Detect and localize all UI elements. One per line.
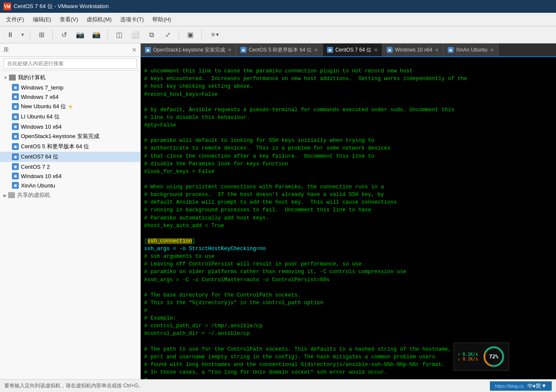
toolbar-dropdown[interactable]: ▼ [20, 29, 26, 41]
tab-close-icon[interactable]: ✕ [374, 47, 378, 53]
menu-view[interactable]: 查看(V) [55, 14, 82, 25]
sidebar-item-xinanubuntu[interactable]: ▣ XinAn Ubuntu [0, 181, 140, 190]
tab-close-icon[interactable]: ✕ [490, 47, 494, 53]
main-area: 库 ✕ ▼ 我的计算机 ▣ Windows 7_temp ▣ Windows 7… [0, 43, 556, 379]
tab-label: Windows 10 x64 [395, 47, 432, 53]
vm-name: LI Ubuntu 64 位 [21, 113, 60, 121]
revert-button[interactable]: ↺ [57, 29, 71, 41]
vm-name: OpenStack1-keystone 安装完成 [21, 133, 99, 140]
vm-icon: ▣ [12, 113, 19, 120]
tab-win10x64[interactable]: ▣ Windows 10 x64 ✕ [382, 43, 443, 56]
tab-close-icon[interactable]: ✕ [228, 47, 232, 53]
shared-label: 共享的虚拟机 [17, 191, 50, 199]
titlebar: VM CentOS 7 64 位 - VMware Workstation [0, 0, 556, 13]
my-computer-label: 我的计算机 [18, 74, 46, 81]
statusbar-right[interactable]: https://blog.cs 中♦简▼ [490, 381, 552, 391]
vm-icon: ▣ [12, 143, 19, 150]
vm-name: CentOS7 64 位 [21, 153, 58, 161]
vm-icon: ▣ [12, 93, 19, 100]
snapshot2-button[interactable]: 📸 [90, 29, 103, 41]
vm-icon: ▣ [12, 84, 19, 91]
vm-name: Windows 7_temp [21, 84, 64, 91]
vm-name: XinAn Ubuntu [21, 182, 55, 189]
vm-name: CentOS 5 和更早版本 64 位 [21, 143, 89, 150]
toolbar-sep-2 [52, 30, 53, 40]
sidebar-item-centos5[interactable]: ▣ CentOS 5 和更早版本 64 位 [0, 141, 140, 152]
toolbar-sep-5 [201, 30, 202, 40]
menu-help[interactable]: 帮助(H) [148, 14, 175, 25]
menu-tabs[interactable]: 选项卡(T) [116, 14, 148, 25]
vm-icon: ▣ [12, 163, 19, 170]
chevron-down-icon: ▼ [3, 75, 8, 80]
sidebar-header: 库 ✕ [0, 43, 140, 57]
tab-centos764[interactable]: ▣ CentOS 7 64 位 ✕ [323, 43, 382, 56]
menu-file[interactable]: 文件(F) [2, 14, 29, 25]
sidebar-item-win7x64[interactable]: ▣ Windows 7 x64 [0, 92, 140, 101]
terminal-output[interactable]: # uncomment this line to cause the param… [141, 57, 556, 379]
menu-edit[interactable]: 编辑(E) [29, 14, 55, 25]
sidebar-shared-section[interactable]: ▶ 共享的虚拟机 [0, 190, 140, 200]
tab-xinanubuntu[interactable]: ▣ XinAn Ubuntu ✕ [443, 43, 498, 56]
cpu-percent: 72% [489, 354, 498, 360]
tab-label: XinAn Ubuntu [456, 47, 487, 53]
send-ctrlaltdel-button[interactable]: ⊞ [35, 29, 48, 41]
vm-icon: ▣ [12, 123, 19, 130]
tab-close-icon[interactable]: ✕ [435, 47, 439, 53]
tab-label: CentOS 7 64 位 [335, 46, 371, 54]
menu-vm[interactable]: 虚拟机(M) [82, 14, 116, 25]
tab-icon: ▣ [145, 47, 151, 53]
statusbar-url: https://blog.cs [495, 383, 524, 389]
sidebar-search-input[interactable] [3, 58, 137, 69]
sidebar-item-centos72[interactable]: ▣ CentOS 7 2 [0, 162, 140, 171]
sidebar-item-win10x64-2[interactable]: ▣ Windows 10 x64 [0, 171, 140, 181]
vm-name: New Ubuntu 64 位 [21, 103, 66, 110]
view3-button[interactable]: ⧉ [145, 29, 158, 41]
content-area: ▣ OpenStack1-keystone 安装完成 ✕ ▣ CentOS 5 … [141, 43, 556, 379]
perf-down: ↓ 0.1K/s [458, 357, 478, 361]
chevron-right-icon: ▶ [3, 193, 7, 198]
tab-label: CentOS 5 和更早版本 64 位 [249, 46, 312, 54]
tab-close-icon[interactable]: ✕ [314, 47, 318, 53]
snapshot-button[interactable]: 📷 [73, 29, 87, 41]
sidebar-close-icon[interactable]: ✕ [132, 46, 137, 53]
statusbar-ime[interactable]: 中♦简▼ [527, 382, 547, 390]
sidebar-search-container [0, 57, 140, 71]
console-button[interactable]: ▣ [183, 29, 197, 41]
tabs-bar: ▣ OpenStack1-keystone 安装完成 ✕ ▣ CentOS 5 … [141, 43, 556, 57]
unity-button[interactable]: ⬜ [128, 29, 142, 41]
toolbar-sep-3 [107, 30, 108, 40]
star-icon: ★ [68, 103, 73, 110]
vm-name: Windows 10 x64 [21, 124, 61, 130]
fullscreen-button[interactable]: ◫ [112, 29, 126, 41]
sidebar-item-liubuntu64[interactable]: ▣ LI Ubuntu 64 位 [0, 112, 140, 122]
computer-icon [8, 192, 15, 198]
app-icon: VM [3, 3, 11, 10]
settings-button[interactable]: ⚙▼ [206, 29, 225, 41]
stretch-button[interactable]: ⤢ [161, 29, 174, 41]
cpu-gauge: 72% [482, 345, 505, 368]
vm-icon: ▣ [12, 103, 19, 110]
sidebar-tree: ▼ 我的计算机 ▣ Windows 7_temp ▣ Windows 7 x64… [0, 71, 140, 379]
toolbar-sep-1 [30, 30, 30, 40]
vm-icon: ▣ [12, 133, 19, 140]
sidebar-item-centos764[interactable]: ▣ CentOS7 64 位 [0, 152, 140, 162]
tab-icon: ▣ [448, 47, 454, 53]
vm-name: Windows 10 x64 [21, 173, 61, 179]
tab-label: OpenStack1-keystone 安装完成 [153, 46, 225, 54]
sidebar: 库 ✕ ▼ 我的计算机 ▣ Windows 7_temp ▣ Windows 7… [0, 43, 141, 379]
statusbar-left-text: 要将输入定向到该虚拟机，请在虚拟机内部单击或按 Ctrl+G。 [4, 382, 143, 389]
window-title: CentOS 7 64 位 - VMware Workstation [14, 3, 109, 10]
sidebar-item-win10x64[interactable]: ▣ Windows 10 x64 [0, 122, 140, 131]
sidebar-item-win7temp[interactable]: ▣ Windows 7_temp [0, 83, 140, 92]
vm-icon: ▣ [12, 173, 19, 179]
toolbar-sep-4 [179, 30, 179, 40]
tree-root-mycomputer[interactable]: ▼ 我的计算机 [0, 72, 140, 83]
tab-centos5[interactable]: ▣ CentOS 5 和更早版本 64 位 ✕ [236, 43, 323, 56]
pause-button[interactable]: ⏸ [3, 29, 17, 41]
tab-openstack1[interactable]: ▣ OpenStack1-keystone 安装完成 ✕ [141, 43, 236, 56]
statusbar: 要将输入定向到该虚拟机，请在虚拟机内部单击或按 Ctrl+G。 https://… [0, 379, 556, 392]
computer-icon [9, 75, 16, 81]
sidebar-item-newubuntu64[interactable]: ▣ New Ubuntu 64 位 ★ [0, 101, 140, 112]
menubar: 文件(F) 编辑(E) 查看(V) 虚拟机(M) 选项卡(T) 帮助(H) [0, 13, 556, 26]
sidebar-item-openstack1[interactable]: ▣ OpenStack1-keystone 安装完成 [0, 131, 140, 141]
